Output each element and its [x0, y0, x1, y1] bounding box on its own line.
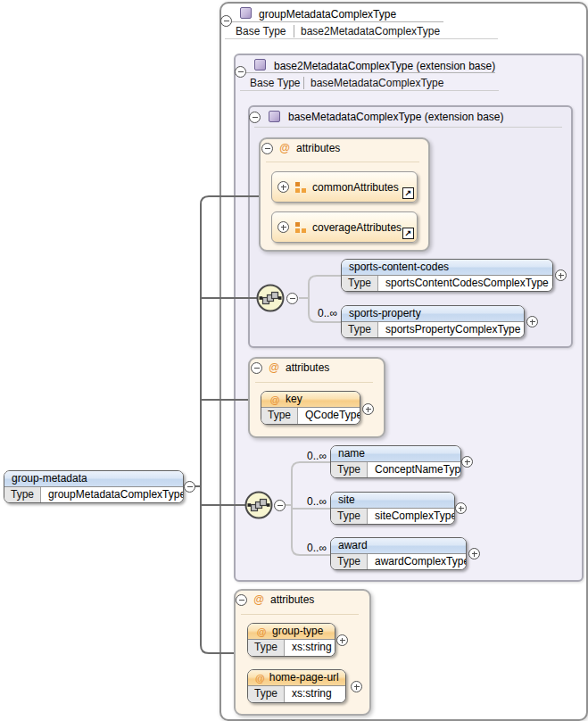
type-label: Type	[342, 276, 378, 292]
element-name: group-metadata	[4, 471, 183, 486]
element-sports-content-codes[interactable]: sports-content-codes Type sportsContentC…	[341, 259, 553, 292]
collapse-toggle-group-metadata[interactable]	[184, 481, 195, 493]
orange-blocks-icon	[295, 222, 306, 233]
type-value: awardComplexType	[368, 554, 467, 570]
element-award[interactable]: award Type awardComplexType	[330, 537, 467, 570]
complex-type-title: base2MetadataComplexType (extension base…	[274, 60, 495, 72]
attribute-group-commonAttributes[interactable]: commonAttributes	[271, 171, 418, 203]
type-value: siteComplexType	[368, 509, 455, 525]
sequence-icon[interactable]	[244, 491, 273, 519]
at-sign-icon	[255, 672, 265, 684]
collapse-toggle-attributes[interactable]	[261, 143, 273, 154]
type-value: QCodeType	[298, 408, 360, 424]
type-label: Type	[248, 640, 285, 656]
xsd-diagram-canvas: { "labels": { "type": "Type", "base_type…	[0, 0, 588, 721]
type-label: Type	[331, 554, 368, 570]
type-label: Type	[248, 686, 285, 702]
type-value: sportsContentCodesComplexType	[378, 276, 553, 292]
attribute-group-name: commonAttributes	[312, 181, 399, 194]
base-type-value: baseMetadataComplexType	[311, 77, 443, 89]
reference-arrow-icon[interactable]	[402, 187, 414, 199]
collapse-toggle-baseMetadataComplexType[interactable]	[249, 112, 261, 123]
cardinality-label: 0..∞	[311, 308, 337, 319]
element-name: sports-content-codes	[342, 260, 552, 275]
type-value: xs:string	[285, 686, 345, 702]
attribute-key[interactable]: key Type QCodeType	[261, 391, 360, 425]
attribute-group-type[interactable]: group-type Type xs:string	[247, 623, 335, 657]
at-sign-icon	[255, 626, 268, 638]
element-name[interactable]: name Type ConceptNameType	[330, 445, 461, 478]
type-value: sportsPropertyComplexType	[378, 322, 525, 338]
base-type-label: Base Type	[250, 77, 300, 89]
type-value: xs:string	[285, 640, 335, 656]
collapse-toggle-base2MetadataComplexType[interactable]	[235, 66, 246, 78]
divider	[225, 21, 443, 22]
expand-icon[interactable]	[277, 221, 289, 233]
expand-toggle-sports-content-codes[interactable]	[555, 269, 567, 281]
expand-toggle-key[interactable]	[362, 403, 374, 415]
divider	[255, 382, 373, 383]
attribute-name: group-type	[272, 624, 323, 639]
expand-toggle-group-type[interactable]	[336, 634, 348, 646]
attribute-group-name: coverageAttributes	[312, 221, 402, 234]
element-sports-property[interactable]: sports-property Type sportsPropertyCompl…	[341, 305, 525, 338]
type-label: Type	[261, 408, 298, 424]
cardinality-label: 0..∞	[300, 543, 327, 554]
type-label: Type	[342, 322, 378, 338]
divider	[254, 127, 562, 128]
type-label: Type	[331, 509, 368, 525]
collapse-toggle-groupMetadataComplexType[interactable]	[220, 15, 232, 27]
at-sign-icon	[253, 593, 265, 606]
divider	[225, 38, 498, 39]
type-value: groupMetadataComplexType	[41, 487, 184, 503]
collapse-toggle-sequence[interactable]	[286, 293, 298, 304]
divider	[240, 72, 495, 73]
base-type-value: base2MetadataComplexType	[301, 25, 440, 37]
sequence-icon[interactable]	[256, 284, 285, 312]
base-type-label: Base Type	[236, 25, 286, 37]
at-sign-icon	[269, 394, 281, 406]
at-sign-icon	[268, 361, 280, 374]
type-value: ConceptNameType	[368, 462, 461, 478]
collapse-toggle-sequence[interactable]	[274, 500, 286, 511]
complex-type-icon	[254, 59, 266, 70]
reference-arrow-icon[interactable]	[402, 228, 414, 239]
element-name: sports-property	[342, 306, 524, 321]
expand-toggle-home-page-url[interactable]	[351, 681, 362, 692]
divider	[303, 77, 304, 89]
collapse-toggle-attributes[interactable]	[251, 362, 262, 374]
divider	[294, 25, 294, 37]
element-site[interactable]: site Type siteComplexType	[330, 492, 455, 525]
expand-toggle-award[interactable]	[468, 548, 480, 559]
expand-toggle-sports-property[interactable]	[526, 316, 538, 327]
attribute-name: key	[286, 392, 302, 407]
type-label: Type	[331, 462, 368, 478]
root-element-group-metadata[interactable]: group-metadata Type groupMetadataComplex…	[4, 470, 184, 503]
at-sign-icon	[278, 142, 291, 154]
orange-blocks-icon	[295, 182, 306, 193]
complex-type-title: groupMetadataComplexType	[259, 8, 396, 21]
collapse-toggle-attributes[interactable]	[236, 594, 247, 606]
divider	[266, 162, 419, 162]
element-name: site	[331, 493, 454, 508]
divider	[241, 614, 359, 615]
complex-type-icon	[269, 111, 280, 122]
expand-toggle-site[interactable]	[455, 502, 467, 514]
expand-icon[interactable]	[277, 181, 289, 193]
complex-type-title: baseMetadataComplexType (extension base)	[288, 111, 503, 123]
attribute-group-coverageAttributes[interactable]: coverageAttributes	[271, 211, 418, 243]
cardinality-label: 0..∞	[300, 451, 327, 462]
attribute-name: home-page-url	[269, 670, 339, 685]
element-name: name	[331, 446, 460, 461]
complex-type-icon	[240, 7, 252, 19]
element-name: award	[331, 538, 466, 553]
attributes-title: attributes	[286, 361, 329, 374]
attributes-title: attributes	[270, 593, 314, 606]
type-label: Type	[4, 487, 41, 503]
attributes-title: attributes	[296, 142, 340, 154]
cardinality-label: 0..∞	[300, 496, 327, 508]
expand-toggle-name[interactable]	[461, 456, 473, 468]
attribute-home-page-url[interactable]: home-page-url Type xs:string	[247, 669, 346, 703]
divider	[240, 90, 499, 91]
